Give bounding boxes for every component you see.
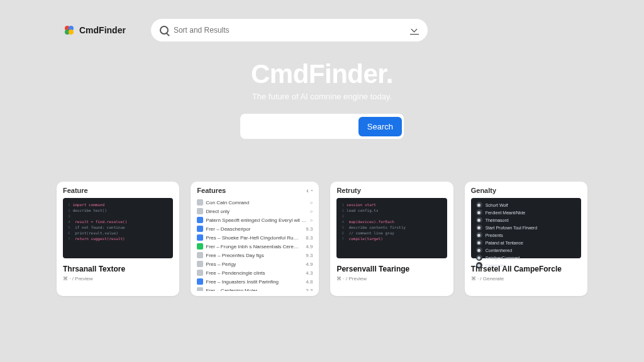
list-item-icon [197, 287, 203, 291]
list-item[interactable]: Free – Inguasters Instit Parinfing4.8 [197, 277, 313, 286]
card-head-label: Features [197, 187, 226, 194]
features-list: Con Catn Comrand>Direct only>Patern Spee… [197, 198, 313, 291]
list-item[interactable]: Direct only> [197, 207, 313, 216]
dark-list-item[interactable]: Theimasord [476, 217, 576, 223]
list-item[interactable]: Free – Precenfes Day figs9.3 [197, 251, 313, 260]
list-item-score: 9.3 [301, 253, 313, 258]
terminal-line: 3 [341, 213, 441, 219]
list-item-icon [197, 261, 203, 267]
list-item-score: 4.9 [301, 244, 313, 250]
bullet-icon [476, 209, 482, 216]
bullet-icon [476, 202, 482, 208]
dark-list-text: Predents [486, 233, 503, 238]
card-head-label: Feature [63, 187, 88, 194]
dark-list-item[interactable]: Predents [476, 232, 576, 238]
dark-list-text: Schort Wolf [486, 203, 508, 207]
list-item-text: Pres – Shoeke Par-Hefl Cingdomfol Ruser [206, 235, 299, 241]
list-item[interactable]: Frer – Deascheripor9.3 [197, 224, 313, 233]
dark-list-item[interactable]: Comtenhered [476, 247, 576, 253]
top-search[interactable] [151, 19, 428, 41]
dark-list: Schort WolfFerdient Meant/NideTheimasord… [471, 198, 581, 258]
list-item-icon [197, 226, 203, 232]
dark-list-item[interactable]: SeinfperCommert [476, 255, 576, 261]
list-item-score: 9.3 [301, 226, 313, 232]
feature-card-1[interactable]: Feature 1import command2describe test()3… [57, 182, 179, 296]
list-item-score: 3.3 [301, 288, 313, 292]
bullet-icon [476, 224, 482, 231]
list-item[interactable]: Patern Speedft enlinged Coding Everyl wl… [197, 216, 313, 224]
terminal-line: 1import command [68, 202, 168, 207]
list-item-text: Frer – Fronge Inbh s Narseenbals Cereple… [206, 244, 299, 250]
feature-card-3[interactable]: Retruty 1session start2load config.ts34 … [330, 182, 453, 296]
download-icon[interactable] [410, 26, 419, 35]
list-item[interactable]: Frer – Fronge Inbh s Narseenbals Cereple… [197, 242, 313, 251]
search-button[interactable]: Search [358, 117, 402, 136]
list-item-text: Direct only [206, 209, 307, 214]
hero-title: CmdFinder. [0, 59, 644, 89]
list-item[interactable]: Pres – Perlgy4.9 [197, 260, 313, 268]
list-item-score: 4.9 [301, 261, 313, 267]
bullet-icon [476, 217, 482, 223]
list-item-text: Pres – Perlgy [206, 261, 299, 267]
chevron-right-icon: > [310, 217, 313, 223]
list-item-text: Free – Precenfes Day figs [206, 253, 299, 258]
terminal-line: 2describe test() [68, 207, 168, 213]
terminal-line: 1session start [341, 202, 441, 207]
list-item-icon [197, 234, 203, 241]
list-item-score: 8.3 [301, 235, 313, 241]
terminal-line: 4 result = find.resolve() [68, 219, 168, 224]
card-title: Thrsanall Textore [63, 265, 173, 273]
bullet-icon [476, 247, 482, 253]
list-item[interactable]: Frar – Casfening Moler3.3 [197, 286, 313, 291]
list-item-icon [197, 270, 203, 276]
card-footer: ⌘ · / Generate [471, 276, 581, 282]
list-item-icon [197, 243, 203, 250]
list-item-icon [197, 199, 203, 206]
dark-list-item[interactable]: Patand at Tentance [476, 239, 576, 246]
hero-search[interactable]: Search [240, 114, 404, 139]
bullet-icon [476, 255, 482, 261]
brand-logo: CmdFinder [63, 24, 126, 36]
list-item[interactable]: Pres – Shoeke Par-Hefl Cingdomfol Ruser8… [197, 233, 313, 242]
top-search-input[interactable] [174, 26, 405, 35]
list-item[interactable]: Con Catn Comrand> [197, 198, 313, 207]
list-item-text: Frer – Deascheripor [206, 226, 299, 232]
terminal-line: 6 // comment line gray [341, 230, 441, 236]
dark-list-item[interactable]: Schort Wolf [476, 202, 576, 208]
dot-icon: · [311, 187, 313, 194]
bullet-icon [476, 239, 482, 246]
list-item-icon [197, 208, 203, 214]
terminal-line: 2load config.ts [341, 207, 441, 213]
feature-card-2[interactable]: Features ‹ · Con Catn Comrand>Direct onl… [191, 182, 319, 296]
chevron-right-icon: > [310, 209, 313, 214]
card-head-label: Genalty [471, 187, 496, 194]
bullet-icon [476, 232, 482, 238]
svg-point-3 [69, 30, 74, 35]
dark-list-text: Theimasord [486, 218, 509, 222]
chevron-left-icon[interactable]: ‹ [306, 187, 308, 194]
feature-card-4[interactable]: Genalty Schort WolfFerdient Meant/NideTh… [465, 182, 587, 296]
terminal-line: 7 return suggest(result) [68, 236, 168, 241]
terminal-line: 6 print(result.value) [68, 230, 168, 236]
list-item-text: Patern Speedft enlinged Coding Everyl wl… [206, 217, 307, 223]
dark-list-text: SeinfperCommert [486, 256, 520, 260]
chevron-right-icon: > [310, 200, 313, 206]
terminal-line: 5 if not found: continue [68, 224, 168, 230]
hero-search-input[interactable] [249, 122, 358, 131]
cards-row: Feature 1import command2describe test()3… [0, 182, 644, 296]
dark-list-item[interactable]: Start Profown Toul Firwerd [476, 224, 576, 231]
list-item-text: Free – Inguasters Instit Parinfing [206, 279, 299, 285]
card-footer: ⌘ · / Preview [63, 276, 173, 282]
terminal-preview: 1import command2describe test()34 result… [63, 198, 173, 258]
brand-name: CmdFinder [79, 25, 126, 35]
dark-list-text: Start Profown Toul Firwerd [486, 226, 537, 230]
card-nav-icons[interactable]: ‹ · [306, 187, 313, 194]
terminal-preview: 1session start2load config.ts34 map(devi… [336, 198, 447, 258]
dark-list-item[interactable]: Ferdient Meant/Nide [476, 209, 576, 216]
list-item-text: Frar – Casfening Moler [206, 288, 299, 292]
card-head-label: Retruty [336, 187, 361, 194]
list-item-score: 4.3 [301, 270, 313, 276]
list-item-score: 4.8 [301, 279, 313, 285]
card-footer: ⌘ · / Preview [336, 276, 447, 282]
list-item[interactable]: Free – Pendencingle clints4.3 [197, 268, 313, 277]
